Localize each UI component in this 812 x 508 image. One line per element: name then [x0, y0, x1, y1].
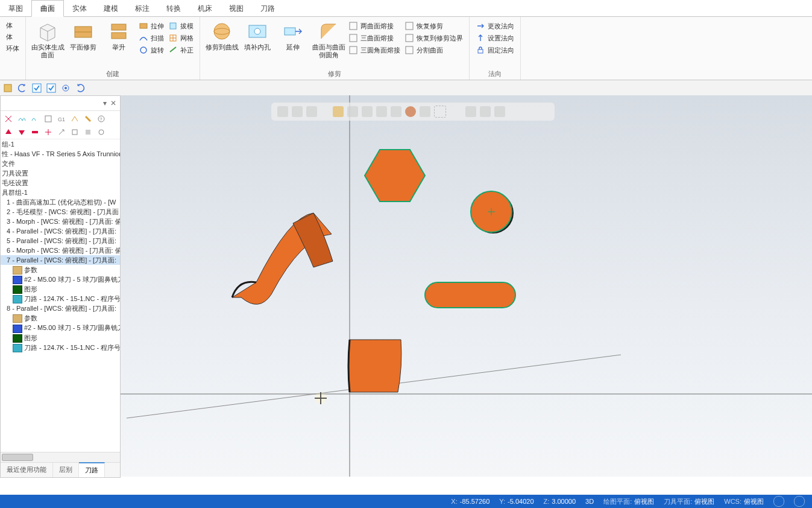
tree-item-21[interactable]: 刀路 - 124.7K - 15-1.NC - 程序号码	[1, 343, 120, 352]
tree-item-16[interactable]: 刀路 - 124.7K - 15-1.NC - 程序号码	[1, 294, 120, 303]
status-help-icon[interactable]	[794, 496, 805, 507]
tab-view[interactable]: 视图	[221, 1, 252, 16]
fix-normal-button[interactable]: 固定法向	[474, 45, 515, 56]
vt-btn-3[interactable]	[306, 106, 317, 117]
tree-item-10[interactable]: 5 - Parallel - [WCS: 俯视图] - [刀具面:	[1, 236, 120, 246]
untrim-button[interactable]: 恢复修剪	[403, 21, 464, 31]
qa-analyze-icon[interactable]	[2, 83, 13, 94]
panel-tool-15[interactable]	[83, 127, 93, 138]
panel-tab-recent[interactable]: 最近使用功能	[1, 463, 53, 477]
qa-settings-icon[interactable]	[60, 83, 71, 94]
tab-annot[interactable]: 标注	[127, 1, 158, 16]
panel-tool-11[interactable]	[30, 127, 40, 138]
set-normal-button[interactable]: 设置法向	[474, 33, 515, 43]
panel-tool-14[interactable]	[69, 127, 80, 138]
vt-btn-1[interactable]	[277, 106, 288, 117]
panel-menu-icon[interactable]: ▾	[103, 99, 107, 107]
blend3-button[interactable]: 三曲面熔接	[347, 33, 401, 43]
qa-check2-icon[interactable]	[46, 83, 57, 94]
tree-item-13[interactable]: 参数	[1, 265, 120, 275]
status-mode[interactable]: 3D	[585, 498, 594, 505]
status-globe-icon[interactable]	[773, 496, 784, 507]
draft-button[interactable]: 拔模	[167, 21, 195, 31]
planar-trim-button[interactable]: 平面修剪	[66, 19, 100, 51]
status-toolplane[interactable]: 刀具平面:俯视图	[664, 497, 714, 506]
panel-tab-levels[interactable]: 层别	[53, 463, 79, 477]
tree-item-15[interactable]: 图形	[1, 284, 120, 294]
blend3r-button[interactable]: 三圆角面熔接	[347, 45, 401, 56]
vt-btn-11[interactable]	[434, 106, 446, 118]
extrude-button[interactable]: 拉伸	[137, 21, 165, 31]
qa-undo-icon[interactable]	[17, 83, 28, 94]
fill-hole-button[interactable]: 填补内孔	[241, 19, 274, 51]
extend-button[interactable]: 延伸	[276, 19, 310, 51]
vt-btn-12[interactable]	[465, 106, 476, 117]
panel-tool-9[interactable]	[3, 127, 14, 138]
revolve-button[interactable]: 旋转	[137, 45, 165, 56]
vt-btn-7[interactable]	[376, 106, 387, 117]
panel-tool-4[interactable]	[43, 113, 54, 124]
tab-model[interactable]: 建模	[95, 1, 127, 16]
vt-btn-9[interactable]	[405, 106, 416, 117]
panel-tool-13[interactable]	[56, 127, 67, 138]
tree-item-2[interactable]: 文件	[1, 159, 120, 168]
vt-btn-10[interactable]	[420, 106, 430, 117]
panel-tool-7[interactable]	[83, 113, 93, 124]
offset-button[interactable]: 补正	[167, 45, 195, 56]
vt-btn-5[interactable]	[347, 106, 358, 117]
vt-btn-2[interactable]	[292, 106, 303, 117]
vt-btn-8[interactable]	[391, 106, 401, 117]
tab-surface[interactable]: 曲面	[31, 0, 64, 17]
qa-check-icon[interactable]	[31, 83, 42, 94]
operations-tree[interactable]: 组-1性 - Haas VF - TR Series 5 Axis Trunni…	[1, 139, 120, 452]
vt-btn-6[interactable]	[362, 106, 373, 117]
primitive-1[interactable]: 体	[5, 21, 20, 31]
tree-item-1[interactable]: 性 - Haas VF - TR Series 5 Axis Trunnion …	[1, 149, 120, 159]
panel-tool-8[interactable]: ?	[96, 113, 107, 124]
tree-item-4[interactable]: 毛坯设置	[1, 178, 120, 188]
panel-tool-3[interactable]	[30, 113, 40, 124]
tab-transform[interactable]: 转换	[158, 1, 189, 16]
tree-item-12[interactable]: 7 - Parallel - [WCS: 俯视图] - [刀具面:	[1, 255, 120, 265]
sweep-button[interactable]: 扫描	[137, 33, 165, 43]
tree-item-20[interactable]: 图形	[1, 333, 120, 343]
status-plane[interactable]: 绘图平面:俯视图	[603, 497, 654, 506]
tab-toolpath[interactable]: 刀路	[252, 1, 283, 16]
tab-machine[interactable]: 机床	[189, 1, 221, 16]
tree-item-0[interactable]: 组-1	[1, 139, 120, 149]
panel-tool-6[interactable]	[69, 113, 80, 124]
vt-btn-14[interactable]	[494, 106, 505, 117]
panel-tool-2[interactable]	[16, 113, 27, 124]
split-surface-button[interactable]: 分割曲面	[403, 45, 464, 56]
blend2-button[interactable]: 两曲面熔接	[347, 21, 401, 31]
tree-item-19[interactable]: #2 - M5.00 球刀 - 5 球刀/圆鼻铣刀	[1, 323, 120, 332]
change-normal-button[interactable]: 更改法向	[474, 21, 515, 31]
panel-tool-10[interactable]	[16, 127, 27, 138]
vt-btn-13[interactable]	[480, 106, 491, 117]
panel-scrollbar[interactable]	[1, 452, 120, 462]
primitive-3[interactable]: 环体	[5, 43, 20, 54]
tree-item-3[interactable]: 刀具设置	[1, 168, 120, 178]
tree-item-9[interactable]: 4 - Parallel - [WCS: 俯视图] - [刀具面:	[1, 226, 120, 236]
tree-item-11[interactable]: 6 - Morph - [WCS: 俯视图] - [刀具面: 俯	[1, 246, 120, 255]
tab-sketch[interactable]: 草图	[0, 1, 31, 16]
from-solid-button[interactable]: 由实体生成曲面	[31, 19, 65, 59]
vt-btn-4[interactable]	[333, 106, 344, 117]
panel-tool-16[interactable]	[96, 127, 107, 138]
mesh-button[interactable]: 网格	[167, 33, 195, 43]
qa-redo-icon[interactable]	[75, 83, 86, 94]
primitive-2[interactable]: 体	[5, 32, 20, 42]
tree-item-18[interactable]: 参数	[1, 313, 120, 323]
panel-tool-1[interactable]	[3, 113, 14, 124]
status-wcs[interactable]: WCS:俯视图	[724, 497, 764, 506]
panel-tab-toolpaths[interactable]: 刀路	[79, 462, 105, 477]
panel-tool-12[interactable]	[43, 127, 54, 138]
untrim-boundary-button[interactable]: 恢复到修剪边界	[403, 33, 464, 43]
graphics-viewport[interactable]	[121, 95, 812, 477]
trim-to-curve-button[interactable]: 修剪到曲线	[205, 19, 239, 51]
panel-tool-5[interactable]: G1	[56, 113, 67, 124]
tree-item-14[interactable]: #2 - M5.00 球刀 - 5 球刀/圆鼻铣刀	[1, 275, 120, 284]
tab-solid[interactable]: 实体	[64, 1, 95, 16]
tree-item-5[interactable]: 具群组-1	[1, 188, 120, 197]
surface-fillet-button[interactable]: 曲面与曲面倒圆角	[312, 19, 345, 59]
